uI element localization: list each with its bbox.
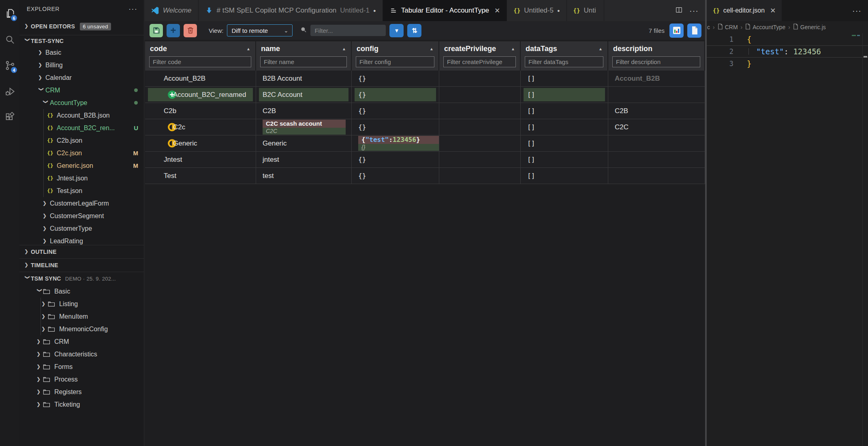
- filter-toggle-button[interactable]: ▼: [389, 24, 404, 37]
- cell-description[interactable]: Account_B2B: [608, 71, 705, 86]
- column-header-code[interactable]: code▲: [145, 41, 256, 55]
- source-control-activity-icon[interactable]: 4: [1, 56, 18, 75]
- statistics-button[interactable]: [669, 24, 684, 38]
- tsm-item-mnemonicconfig[interactable]: ❯MnemonicConfig: [19, 323, 144, 335]
- cell-createPrivilege[interactable]: [439, 87, 521, 103]
- tsm-item-registers[interactable]: ❯Registers: [19, 386, 144, 398]
- breadcrumb-item[interactable]: CRM: [718, 24, 738, 31]
- timeline-section-header[interactable]: ❯ TIMELINE: [19, 258, 144, 272]
- cell-dataTags[interactable]: []: [521, 87, 608, 103]
- sort-asc-icon[interactable]: ▲: [342, 47, 346, 51]
- code-line[interactable]: 1{: [707, 33, 868, 45]
- tree-item-jntest-json[interactable]: {}Jntest.json: [19, 172, 144, 184]
- code-line[interactable]: 2 "test": 123456: [707, 45, 868, 58]
- cell-config[interactable]: {}: [352, 103, 439, 119]
- column-header-config[interactable]: config▲: [352, 41, 439, 55]
- cell-description[interactable]: [608, 135, 705, 151]
- tree-item-billing[interactable]: ❯Billing: [19, 59, 144, 71]
- cell-description[interactable]: [608, 87, 705, 103]
- extensions-activity-icon[interactable]: [1, 108, 18, 127]
- cell-code[interactable]: Account_B2C_renamed: [145, 87, 256, 103]
- close-icon[interactable]: ✕: [770, 6, 776, 15]
- table-row[interactable]: Jntestjntest{}[]: [145, 152, 705, 168]
- global-filter-input[interactable]: [310, 25, 386, 36]
- workspace-section-header[interactable]: ❯ TEST-SYNC: [19, 35, 144, 46]
- editor-scrollbar[interactable]: [862, 33, 868, 446]
- cell-name[interactable]: test: [256, 168, 352, 184]
- code-line[interactable]: 3}: [707, 58, 868, 70]
- tree-item-basic[interactable]: ❯Basic: [19, 46, 144, 59]
- tsm-item-forms[interactable]: ❯Forms: [19, 360, 144, 373]
- filter-input-description[interactable]: [612, 56, 700, 67]
- tree-item-leadrating[interactable]: ❯LeadRating: [19, 235, 144, 245]
- open-editors-header[interactable]: ❯ OPEN EDITORS 6 unsaved: [19, 18, 144, 35]
- tree-item-test-json[interactable]: {}Test.json: [19, 184, 144, 197]
- table-row[interactable]: C2cC2C scash accountC2C{}[]C2C: [145, 119, 705, 135]
- cell-createPrivilege[interactable]: [439, 119, 521, 135]
- cell-name[interactable]: jntest: [256, 152, 352, 167]
- cell-code[interactable]: Account_B2B: [145, 71, 256, 86]
- cell-description[interactable]: C2B: [608, 103, 705, 119]
- cell-config[interactable]: {}: [352, 168, 439, 184]
- cell-config[interactable]: {}: [352, 152, 439, 167]
- cell-dataTags[interactable]: []: [521, 103, 608, 119]
- cell-name[interactable]: C2C scash accountC2C: [256, 119, 352, 135]
- tree-item-c2c-json[interactable]: {}C2c.jsonM: [19, 147, 144, 159]
- cell-name[interactable]: Generic: [256, 135, 352, 151]
- breadcrumb-item[interactable]: AccountType: [745, 24, 785, 31]
- sort-asc-icon[interactable]: ▲: [599, 47, 603, 51]
- cell-name[interactable]: C2B: [256, 103, 352, 119]
- tree-item-account-b2b-json[interactable]: {}Account_B2B.json: [19, 109, 144, 122]
- cell-createPrivilege[interactable]: [439, 135, 521, 151]
- split-editor-icon[interactable]: [675, 6, 683, 15]
- filter-input-createPrivilege[interactable]: [443, 56, 516, 67]
- tab-untitled-5[interactable]: {}Untitled-5●: [507, 0, 567, 21]
- json-code-editor[interactable]: 1{2 "test": 1234563}: [707, 33, 868, 446]
- cell-config[interactable]: {}: [352, 119, 439, 135]
- panel-more-actions-icon[interactable]: ···: [852, 6, 862, 15]
- tsm-sync-section-header[interactable]: ❯ TSM SYNC DEMO · 25. 9. 202...: [19, 272, 144, 285]
- tsm-item-listing[interactable]: ❯Listing: [19, 298, 144, 310]
- filter-input-config[interactable]: [356, 56, 434, 67]
- cell-config[interactable]: {}: [352, 87, 439, 103]
- cell-createPrivilege[interactable]: [439, 152, 521, 167]
- tab--tsm-spel-copilot-mcp-configuration[interactable]: # tSM SpEL Copilot MCP ConfigurationUnti…: [199, 0, 383, 21]
- cell-description[interactable]: [608, 168, 705, 184]
- tab-unti[interactable]: {}Unti: [567, 0, 604, 21]
- table-row[interactable]: Account_B2BB2B Account{}[]Account_B2B: [145, 71, 705, 87]
- add-row-button[interactable]: +: [167, 24, 180, 37]
- table-row[interactable]: GenericGeneric{"test":123456}{}[]: [145, 135, 705, 152]
- sort-asc-icon[interactable]: ▲: [430, 47, 434, 51]
- tree-item-calendar[interactable]: ❯Calendar: [19, 71, 144, 84]
- tsm-item-characteristics[interactable]: ❯Characteristics: [19, 348, 144, 360]
- tab-cell-editor-json[interactable]: {} cell-editor.json ✕: [707, 0, 782, 21]
- column-header-createPrivilege[interactable]: createPrivilege▲: [439, 41, 521, 55]
- breadcrumb-item[interactable]: Generic.js: [793, 24, 826, 31]
- save-button[interactable]: [150, 24, 163, 37]
- breadcrumb-item[interactable]: c: [707, 24, 710, 30]
- cell-dataTags[interactable]: []: [521, 119, 608, 135]
- panel-resize-handle[interactable]: [705, 0, 707, 446]
- sort-asc-icon[interactable]: ▲: [511, 47, 515, 51]
- table-row[interactable]: C2bC2B{}[]C2B: [145, 103, 705, 119]
- tree-item-customertype[interactable]: ❯CustomerType: [19, 222, 144, 235]
- tree-item-customersegment[interactable]: ❯CustomerSegment: [19, 210, 144, 222]
- cell-code[interactable]: C2c: [145, 119, 256, 135]
- cell-config[interactable]: {}: [352, 71, 439, 86]
- filter-input-name[interactable]: [260, 56, 347, 67]
- cell-name[interactable]: B2C Account: [256, 87, 352, 103]
- tree-item-c2b-json[interactable]: {}C2b.json: [19, 134, 144, 147]
- run-debug-activity-icon[interactable]: [1, 82, 18, 101]
- close-icon[interactable]: ✕: [494, 6, 500, 15]
- cell-createPrivilege[interactable]: [439, 71, 521, 86]
- view-mode-select[interactable]: Diff to remote ⌄: [227, 24, 293, 36]
- tab-welcome[interactable]: Welcome: [145, 0, 199, 21]
- column-header-name[interactable]: name▲: [256, 41, 352, 55]
- tree-item-accounttype[interactable]: ❯AccountType: [19, 96, 144, 109]
- tree-item-generic-json[interactable]: {}Generic.jsonM: [19, 159, 144, 172]
- tsm-item-ticketing[interactable]: ❯Ticketing: [19, 398, 144, 411]
- expand-rows-button[interactable]: ⇅: [407, 24, 421, 37]
- cell-dataTags[interactable]: []: [521, 135, 608, 151]
- tsm-item-menuitem[interactable]: ❯MenuItem: [19, 310, 144, 323]
- explorer-activity-icon[interactable]: 6: [1, 4, 18, 23]
